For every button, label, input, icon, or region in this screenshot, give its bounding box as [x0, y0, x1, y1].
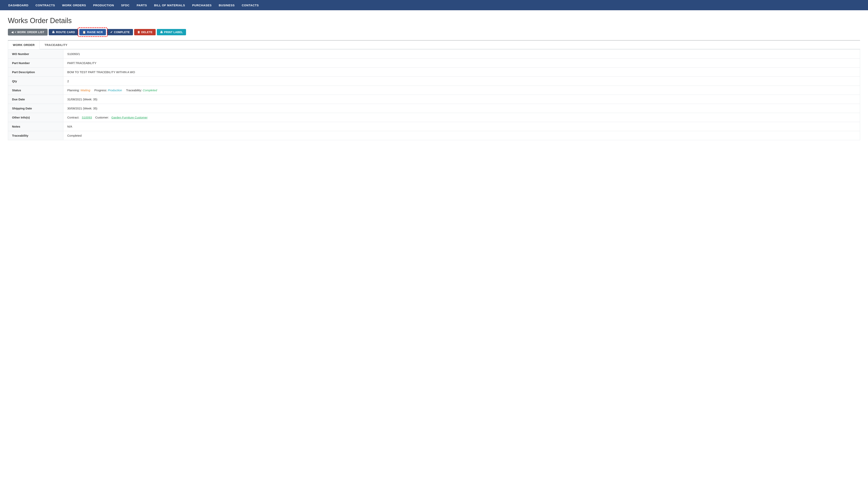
nav-bom[interactable]: BILL OF MATERIALS: [151, 0, 189, 10]
table-row: Qty 2: [8, 77, 860, 86]
trash-icon: 🗑: [137, 31, 140, 34]
toolbar: ◀ < WORK ORDER LIST 🖶 ROUTE CARD 📋 RAISE…: [8, 29, 860, 35]
progress-value: Production: [108, 89, 122, 92]
traceability-status-value: Completed: [143, 89, 157, 92]
table-row: Part Number PART.TRACEABILITY: [8, 59, 860, 68]
page-title: Works Order Details: [8, 17, 860, 25]
tab-work-order[interactable]: WORK ORDER: [8, 41, 40, 49]
field-value: PART.TRACEABILITY: [63, 59, 860, 68]
planning-label: Planning:: [67, 89, 80, 92]
table-row: Notes N/A: [8, 122, 860, 131]
table-row: Shipping Date 30/08/2021 (Week: 35): [8, 104, 860, 113]
field-label: Qty: [8, 77, 63, 86]
ncr-icon: 📋: [83, 31, 86, 34]
table-row-status: Status Planning: Waiting Progress: Produ…: [8, 86, 860, 95]
field-label: Shipping Date: [8, 104, 63, 113]
field-value-status: Planning: Waiting Progress: Production T…: [63, 86, 860, 95]
field-label: Due Date: [8, 95, 63, 104]
table-row: Traceability Completed: [8, 131, 860, 140]
nav-dashboard[interactable]: DASHBOARD: [5, 0, 32, 10]
table-row: Due Date 31/08/2021 (Week: 35): [8, 95, 860, 104]
table-row-other-info: Other Info(s) Contract: S10093 Customer:…: [8, 113, 860, 122]
field-value: 31/08/2021 (Week: 35): [63, 95, 860, 104]
field-label: Traceability: [8, 131, 63, 140]
customer-link[interactable]: Garden Furniture Customer: [111, 116, 147, 119]
nav-work-orders[interactable]: WORK ORDERS: [59, 0, 90, 10]
print-icon: 🖶: [52, 31, 55, 34]
progress-label: Progress:: [94, 89, 107, 92]
back-icon: ◀: [11, 31, 13, 34]
nav-sfdc[interactable]: SFDC: [118, 0, 133, 10]
nav-contacts[interactable]: CONTACTS: [238, 0, 262, 10]
field-value: 30/08/2021 (Week: 35): [63, 104, 860, 113]
complete-button[interactable]: ✔ COMPLETE: [107, 29, 133, 35]
field-value: Completed: [63, 131, 860, 140]
raise-ncr-button[interactable]: 📋 RAISE NCR: [79, 29, 106, 35]
customer-label: Customer:: [95, 116, 109, 119]
table-row: WO Number S10093/1: [8, 50, 860, 59]
contract-link[interactable]: S10093: [82, 116, 92, 119]
work-order-table: WO Number S10093/1 Part Number PART.TRAC…: [8, 49, 860, 140]
table-row: Part Description BOM TO TEST PART TRACEB…: [8, 68, 860, 77]
field-label: Status: [8, 86, 63, 95]
nav-purchases[interactable]: PURCHASES: [189, 0, 215, 10]
field-value: N/A: [63, 122, 860, 131]
route-card-button[interactable]: 🖶 ROUTE CARD: [49, 29, 78, 35]
main-nav: DASHBOARDCONTRACTSWORK ORDERSPRODUCTIONS…: [0, 0, 868, 10]
nav-business[interactable]: BUSINESS: [215, 0, 238, 10]
print-label-button[interactable]: 🖶 PRINT LABEL: [157, 29, 186, 35]
nav-production[interactable]: PRODUCTION: [90, 0, 118, 10]
tabs: WORK ORDER TRACEABILITY: [8, 41, 860, 49]
field-value: 2: [63, 77, 860, 86]
work-order-list-button[interactable]: ◀ < WORK ORDER LIST: [8, 29, 48, 35]
field-label: Notes: [8, 122, 63, 131]
tab-traceability[interactable]: TRACEABILITY: [40, 41, 72, 49]
delete-button[interactable]: 🗑 DELETE: [134, 29, 156, 35]
field-label: Part Description: [8, 68, 63, 77]
nav-parts[interactable]: PARTS: [133, 0, 151, 10]
planning-value: Waiting: [81, 89, 90, 92]
nav-contracts[interactable]: CONTRACTS: [32, 0, 59, 10]
field-label: Other Info(s): [8, 113, 63, 122]
field-label: Part Number: [8, 59, 63, 68]
field-label: WO Number: [8, 50, 63, 59]
print-label-icon: 🖶: [160, 31, 163, 34]
check-icon: ✔: [110, 31, 113, 34]
field-value-other-info: Contract: S10093 Customer: Garden Furnit…: [63, 113, 860, 122]
traceability-status-label: Traceability:: [126, 89, 142, 92]
contract-label: Contract:: [67, 116, 79, 119]
field-value: S10093/1: [63, 50, 860, 59]
field-value: BOM TO TEST PART TRACEBILITY WITHIN A WO: [63, 68, 860, 77]
